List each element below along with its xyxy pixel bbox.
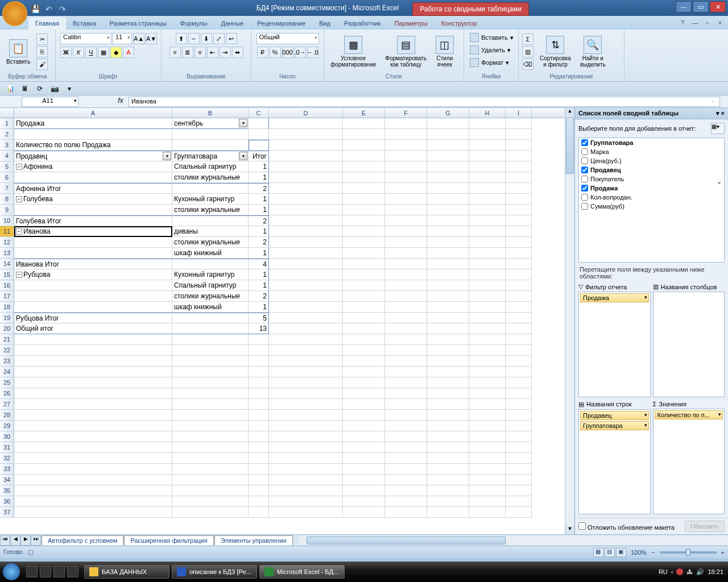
cell[interactable] [172, 323, 249, 334]
view-page-break-icon[interactable]: ▣ [616, 548, 626, 557]
cell[interactable] [506, 172, 532, 183]
cell[interactable] [469, 367, 506, 377]
cell[interactable] [506, 280, 532, 291]
number-format-select[interactable]: Общий [257, 33, 319, 44]
cell[interactable] [385, 129, 427, 140]
tray-clock[interactable]: 18:21 [708, 568, 723, 575]
cell[interactable] [427, 151, 469, 161]
cell[interactable] [14, 475, 172, 485]
cell[interactable] [506, 442, 532, 453]
pivot-field-checkbox[interactable] [581, 194, 588, 201]
filter-dropdown-icon[interactable]: ▾ [239, 119, 247, 127]
cell[interactable] [343, 475, 385, 485]
row-header[interactable]: 28 [0, 410, 14, 421]
cell[interactable]: 1 [249, 269, 269, 280]
cell[interactable] [343, 151, 385, 161]
collapse-toggle[interactable]: − [16, 228, 22, 235]
cell[interactable] [427, 496, 469, 507]
col-header-A[interactable]: A [14, 108, 172, 118]
cell[interactable] [343, 172, 385, 183]
format-as-table-button[interactable]: ▤Форматировать как таблицу [381, 32, 431, 72]
cell[interactable]: шкаф книжный [172, 248, 249, 259]
spreadsheet-grid[interactable]: A B C D E F G H I 1Продажасентябрь▾23Кол… [0, 108, 565, 534]
cell[interactable] [385, 442, 427, 453]
cell[interactable] [269, 248, 343, 259]
cell[interactable]: Голубева Итог [14, 215, 172, 226]
cell[interactable] [427, 269, 469, 280]
cell[interactable]: Кухонный гарнитур [172, 194, 249, 205]
cell[interactable] [427, 399, 469, 410]
cell[interactable]: Итог [249, 151, 269, 161]
pivot-field-3[interactable]: Продавец [579, 165, 724, 174]
cell[interactable] [506, 345, 532, 356]
row-header[interactable]: 7 [0, 183, 14, 194]
cell[interactable] [249, 442, 269, 453]
cell[interactable] [506, 313, 532, 323]
cell[interactable] [506, 334, 532, 345]
filter-chip-prodaja[interactable]: Продажа [580, 293, 649, 302]
cell[interactable]: Спальный гарнитур [172, 280, 249, 291]
cell[interactable] [506, 453, 532, 464]
cell[interactable] [343, 237, 385, 248]
cell[interactable] [427, 161, 469, 172]
cell[interactable] [269, 464, 343, 475]
cell[interactable] [427, 421, 469, 431]
col-header-B[interactable]: B [172, 108, 249, 118]
cell[interactable] [343, 356, 385, 367]
cell[interactable] [343, 367, 385, 377]
find-select-button[interactable]: 🔍Найти и выделить [576, 32, 610, 72]
close-button[interactable]: ✕ [710, 1, 726, 13]
align-center-icon[interactable]: ≣ [182, 47, 193, 58]
cell[interactable]: 1 [249, 226, 269, 237]
cell[interactable] [249, 496, 269, 507]
cell[interactable] [469, 291, 506, 302]
cell[interactable] [469, 323, 506, 334]
cell[interactable] [506, 129, 532, 140]
hscroll-thumb[interactable] [307, 537, 506, 544]
cell[interactable] [14, 302, 172, 313]
cell[interactable] [172, 507, 249, 518]
row-header[interactable]: 3 [0, 140, 14, 151]
cell[interactable] [269, 291, 343, 302]
cell[interactable] [427, 118, 469, 129]
cell[interactable] [269, 453, 343, 464]
cell[interactable] [172, 388, 249, 399]
col-header-G[interactable]: G [427, 108, 469, 118]
cell[interactable]: Общий итог [14, 323, 172, 334]
cell[interactable] [427, 237, 469, 248]
cell[interactable] [506, 367, 532, 377]
cell[interactable] [269, 431, 343, 442]
grow-font-icon[interactable]: A▲ [133, 33, 144, 44]
cell[interactable] [14, 442, 172, 453]
cell[interactable]: 4 [249, 259, 269, 269]
fill-color-button[interactable]: ◆ [110, 47, 122, 58]
cell[interactable] [249, 345, 269, 356]
vals-chip-count[interactable]: Количество по п... [655, 410, 723, 419]
cell[interactable] [269, 388, 343, 399]
col-header-H[interactable]: H [469, 108, 506, 118]
area-filter-box[interactable]: Продажа [578, 292, 651, 397]
cell[interactable] [385, 259, 427, 269]
pivot-layout-button[interactable]: ▦▾ [711, 123, 725, 134]
cell[interactable] [506, 248, 532, 259]
cell[interactable] [385, 399, 427, 410]
ql-desktop-icon[interactable] [40, 566, 51, 577]
cell[interactable] [427, 442, 469, 453]
cell[interactable] [343, 399, 385, 410]
defer-layout-checkbox[interactable]: Отложить обновление макета [578, 522, 675, 531]
cell[interactable] [506, 237, 532, 248]
cell[interactable] [343, 118, 385, 129]
zoom-out-button[interactable]: − [651, 549, 655, 556]
cell[interactable] [343, 129, 385, 140]
pivot-pane-dropdown-icon[interactable]: ▾ [716, 110, 719, 117]
cell[interactable] [14, 248, 172, 259]
taskbar-app-word[interactable]: описание к БДЗ [Ре... [172, 565, 257, 579]
cell[interactable] [172, 259, 249, 269]
cell[interactable] [172, 485, 249, 496]
cell[interactable] [14, 334, 172, 345]
cell[interactable] [14, 377, 172, 388]
cell[interactable] [385, 205, 427, 215]
cell[interactable] [172, 410, 249, 421]
scroll-up-arrow[interactable]: ▲ [565, 108, 574, 117]
help-icon[interactable]: ? [678, 18, 687, 27]
